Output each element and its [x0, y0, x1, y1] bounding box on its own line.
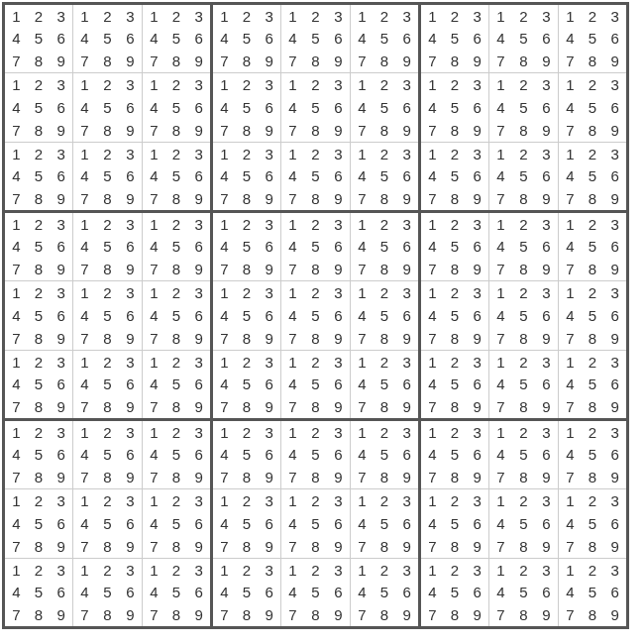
- candidate-7[interactable]: 7: [143, 50, 165, 72]
- candidate-7[interactable]: 7: [143, 187, 165, 210]
- candidate-4[interactable]: 4: [489, 304, 512, 327]
- candidate-6[interactable]: 6: [119, 165, 142, 188]
- candidate-7[interactable]: 7: [489, 50, 512, 72]
- candidate-1[interactable]: 1: [421, 143, 444, 165]
- candidate-4[interactable]: 4: [421, 165, 444, 188]
- candidate-8[interactable]: 8: [512, 603, 535, 626]
- candidate-2[interactable]: 2: [582, 351, 604, 374]
- candidate-3[interactable]: 3: [535, 351, 558, 374]
- candidate-7[interactable]: 7: [73, 258, 96, 280]
- candidate-5[interactable]: 5: [582, 374, 604, 396]
- candidate-2[interactable]: 2: [512, 213, 535, 236]
- candidate-3[interactable]: 3: [187, 351, 210, 374]
- candidate-6[interactable]: 6: [466, 165, 488, 188]
- candidate-6[interactable]: 6: [535, 582, 558, 604]
- candidate-5[interactable]: 5: [374, 582, 396, 604]
- candidate-3[interactable]: 3: [535, 281, 558, 304]
- candidate-1[interactable]: 1: [281, 143, 304, 165]
- cell-r1-c2[interactable]: 123456789: [143, 73, 212, 143]
- candidate-3[interactable]: 3: [395, 351, 418, 374]
- cell-r4-c6[interactable]: 123456789: [420, 281, 489, 351]
- cell-r3-c4[interactable]: 123456789: [281, 212, 351, 281]
- candidate-5[interactable]: 5: [28, 96, 51, 119]
- candidate-3[interactable]: 3: [50, 143, 72, 165]
- candidate-7[interactable]: 7: [213, 535, 236, 558]
- candidate-3[interactable]: 3: [603, 5, 626, 28]
- candidate-6[interactable]: 6: [258, 236, 280, 259]
- candidate-5[interactable]: 5: [236, 165, 259, 188]
- candidate-9[interactable]: 9: [535, 395, 558, 418]
- candidate-2[interactable]: 2: [444, 143, 467, 165]
- candidate-7[interactable]: 7: [143, 327, 165, 350]
- candidate-6[interactable]: 6: [603, 236, 626, 259]
- candidate-2[interactable]: 2: [374, 351, 396, 374]
- candidate-4[interactable]: 4: [281, 444, 304, 467]
- candidate-7[interactable]: 7: [281, 535, 304, 558]
- candidate-7[interactable]: 7: [559, 50, 582, 72]
- candidate-2[interactable]: 2: [374, 421, 396, 444]
- candidate-4[interactable]: 4: [351, 96, 374, 119]
- candidate-4[interactable]: 4: [351, 165, 374, 188]
- candidate-3[interactable]: 3: [50, 281, 72, 304]
- candidate-3[interactable]: 3: [258, 213, 280, 236]
- candidate-1[interactable]: 1: [73, 213, 96, 236]
- candidate-9[interactable]: 9: [395, 603, 418, 626]
- candidate-3[interactable]: 3: [327, 73, 350, 96]
- candidate-8[interactable]: 8: [512, 327, 535, 350]
- candidate-8[interactable]: 8: [512, 395, 535, 418]
- candidate-8[interactable]: 8: [444, 603, 467, 626]
- candidate-6[interactable]: 6: [187, 582, 210, 604]
- candidate-4[interactable]: 4: [281, 28, 304, 51]
- candidate-7[interactable]: 7: [421, 50, 444, 72]
- candidate-5[interactable]: 5: [512, 374, 535, 396]
- candidate-5[interactable]: 5: [28, 28, 51, 51]
- candidate-7[interactable]: 7: [421, 535, 444, 558]
- candidate-1[interactable]: 1: [351, 421, 374, 444]
- candidate-7[interactable]: 7: [281, 327, 304, 350]
- candidate-5[interactable]: 5: [444, 236, 467, 259]
- cell-r1-c0[interactable]: 123456789: [4, 73, 73, 143]
- candidate-9[interactable]: 9: [466, 603, 488, 626]
- candidate-4[interactable]: 4: [5, 512, 28, 535]
- candidate-4[interactable]: 4: [213, 444, 236, 467]
- candidate-3[interactable]: 3: [258, 489, 280, 512]
- candidate-7[interactable]: 7: [559, 187, 582, 210]
- candidate-9[interactable]: 9: [466, 119, 488, 142]
- candidate-6[interactable]: 6: [395, 96, 418, 119]
- candidate-8[interactable]: 8: [304, 603, 327, 626]
- candidate-4[interactable]: 4: [143, 165, 165, 188]
- candidate-9[interactable]: 9: [187, 187, 210, 210]
- candidate-8[interactable]: 8: [304, 327, 327, 350]
- candidate-3[interactable]: 3: [395, 213, 418, 236]
- candidate-5[interactable]: 5: [582, 512, 604, 535]
- candidate-5[interactable]: 5: [374, 96, 396, 119]
- candidate-8[interactable]: 8: [444, 50, 467, 72]
- candidate-3[interactable]: 3: [395, 281, 418, 304]
- candidate-1[interactable]: 1: [5, 421, 28, 444]
- candidate-6[interactable]: 6: [395, 374, 418, 396]
- candidate-3[interactable]: 3: [258, 143, 280, 165]
- candidate-6[interactable]: 6: [466, 304, 488, 327]
- candidate-1[interactable]: 1: [351, 143, 374, 165]
- candidate-5[interactable]: 5: [96, 582, 119, 604]
- candidate-1[interactable]: 1: [489, 559, 512, 582]
- candidate-7[interactable]: 7: [421, 395, 444, 418]
- candidate-9[interactable]: 9: [258, 395, 280, 418]
- candidate-4[interactable]: 4: [489, 512, 512, 535]
- candidate-2[interactable]: 2: [444, 559, 467, 582]
- candidate-9[interactable]: 9: [466, 535, 488, 558]
- candidate-2[interactable]: 2: [374, 559, 396, 582]
- candidate-3[interactable]: 3: [535, 143, 558, 165]
- candidate-7[interactable]: 7: [559, 258, 582, 280]
- candidate-8[interactable]: 8: [96, 395, 119, 418]
- candidate-3[interactable]: 3: [187, 559, 210, 582]
- candidate-3[interactable]: 3: [258, 5, 280, 28]
- candidate-3[interactable]: 3: [535, 5, 558, 28]
- candidate-2[interactable]: 2: [304, 559, 327, 582]
- candidate-1[interactable]: 1: [213, 73, 236, 96]
- candidate-7[interactable]: 7: [489, 535, 512, 558]
- candidate-9[interactable]: 9: [187, 327, 210, 350]
- candidate-1[interactable]: 1: [281, 489, 304, 512]
- candidate-2[interactable]: 2: [512, 421, 535, 444]
- candidate-4[interactable]: 4: [143, 444, 165, 467]
